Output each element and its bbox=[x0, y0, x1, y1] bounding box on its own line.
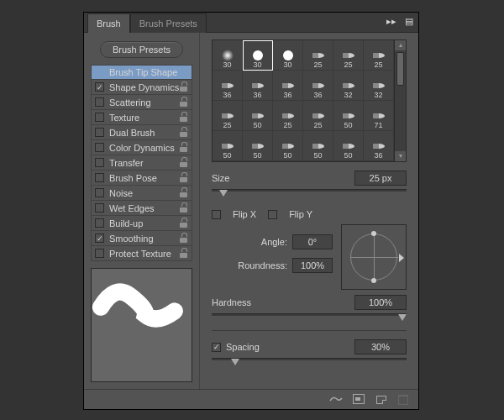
option-noise[interactable]: Noise bbox=[91, 186, 192, 201]
scroll-up-icon[interactable]: ▴ bbox=[395, 40, 406, 50]
option-checkbox[interactable] bbox=[95, 158, 104, 167]
svg-rect-24 bbox=[252, 113, 258, 118]
hardness-value[interactable]: 100% bbox=[354, 295, 407, 310]
roundness-value[interactable]: 100% bbox=[292, 258, 333, 273]
grid-scrollbar[interactable]: ▴ ▾ bbox=[395, 39, 407, 162]
option-label: Protect Texture bbox=[109, 249, 171, 259]
option-shape-dynamics[interactable]: Shape Dynamics bbox=[91, 80, 192, 95]
brush-tip-size: 36 bbox=[313, 91, 322, 99]
trash-icon[interactable] bbox=[396, 394, 410, 406]
lock-icon[interactable] bbox=[180, 81, 188, 92]
spacing-value[interactable]: 30% bbox=[354, 339, 407, 354]
brush-tip-cell[interactable]: 30 bbox=[273, 40, 303, 71]
option-checkbox[interactable] bbox=[95, 113, 104, 122]
option-checkbox[interactable] bbox=[95, 249, 104, 258]
option-protect-texture[interactable]: Protect Texture bbox=[91, 246, 192, 261]
option-scattering[interactable]: Scattering bbox=[91, 95, 192, 110]
lock-icon[interactable] bbox=[180, 248, 188, 258]
option-checkbox[interactable] bbox=[95, 188, 104, 197]
brush-tip-cell[interactable]: 25 bbox=[333, 40, 364, 71]
svg-rect-8 bbox=[373, 53, 379, 58]
angle-value[interactable]: 0° bbox=[292, 234, 333, 249]
svg-rect-40 bbox=[312, 144, 318, 149]
lock-icon[interactable] bbox=[180, 218, 188, 228]
svg-rect-38 bbox=[282, 144, 288, 149]
lock-icon[interactable] bbox=[180, 157, 188, 167]
option-transfer[interactable]: Transfer bbox=[91, 155, 192, 171]
brush-tip-cell[interactable]: 50 bbox=[213, 131, 243, 161]
brush-tip-cell[interactable]: 36 bbox=[273, 71, 303, 101]
brush-tip-cell[interactable]: 50 bbox=[333, 101, 364, 131]
lock-icon[interactable] bbox=[180, 202, 188, 213]
brush-tip-cell[interactable]: 71 bbox=[364, 101, 394, 131]
brush-tip-cell[interactable]: 50 bbox=[243, 131, 273, 161]
option-checkbox[interactable] bbox=[95, 128, 104, 137]
roundness-label: Roundness: bbox=[238, 260, 287, 270]
stroke-preview-svg bbox=[92, 269, 192, 330]
brush-tip-cell[interactable]: 50 bbox=[303, 131, 333, 161]
option-brush-pose[interactable]: Brush Pose bbox=[91, 171, 192, 186]
svg-rect-4 bbox=[312, 53, 318, 58]
size-slider[interactable] bbox=[212, 187, 407, 199]
tab-brush[interactable]: Brush bbox=[87, 13, 130, 33]
toggle-panel-icon[interactable] bbox=[353, 394, 366, 406]
lock-icon[interactable] bbox=[180, 97, 188, 107]
brush-tip-cell[interactable]: 36 bbox=[364, 131, 394, 161]
brush-tip-cell[interactable]: 50 bbox=[333, 131, 364, 161]
svg-rect-6 bbox=[343, 53, 349, 58]
brush-tip-cell[interactable]: 50 bbox=[243, 101, 273, 131]
option-build-up[interactable]: Build-up bbox=[91, 216, 192, 231]
brush-tip-cell[interactable]: 25 bbox=[303, 101, 333, 131]
lock-icon[interactable] bbox=[180, 187, 188, 197]
option-texture[interactable]: Texture bbox=[91, 110, 192, 125]
brush-panel: Brush Brush Presets ▸▸ ▤ Brush Presets B… bbox=[83, 12, 419, 410]
brush-tip-cell[interactable]: 36 bbox=[303, 71, 333, 101]
brush-tip-cell[interactable]: 36 bbox=[213, 71, 243, 101]
brush-tip-cell[interactable]: 25 bbox=[273, 101, 303, 131]
option-checkbox[interactable] bbox=[95, 82, 104, 92]
new-brush-icon[interactable] bbox=[376, 396, 386, 404]
brush-tip-cell[interactable]: 25 bbox=[364, 40, 394, 71]
brush-tip-cell[interactable]: 30 bbox=[243, 40, 273, 71]
size-value[interactable]: 25 px bbox=[354, 171, 407, 186]
brush-tip-cell[interactable]: 36 bbox=[243, 71, 273, 101]
brush-tip-cell[interactable]: 25 bbox=[213, 101, 243, 131]
flip-y-checkbox[interactable] bbox=[268, 210, 277, 219]
option-checkbox[interactable] bbox=[95, 203, 104, 213]
option-checkbox[interactable] bbox=[95, 97, 104, 107]
snap-icon[interactable]: ▸▸ bbox=[386, 16, 396, 27]
scroll-down-icon[interactable]: ▾ bbox=[395, 151, 406, 161]
option-checkbox[interactable] bbox=[95, 173, 104, 182]
option-wet-edges[interactable]: Wet Edges bbox=[91, 201, 192, 216]
spacing-checkbox[interactable] bbox=[212, 343, 221, 352]
option-checkbox[interactable] bbox=[95, 218, 104, 228]
tab-brush-presets[interactable]: Brush Presets bbox=[130, 13, 207, 33]
brush-tip-size: 36 bbox=[253, 91, 261, 99]
brush-tip-cell[interactable]: 32 bbox=[333, 71, 364, 101]
option-checkbox[interactable] bbox=[95, 143, 104, 152]
lock-icon[interactable] bbox=[180, 112, 188, 122]
toggle-preview-icon[interactable] bbox=[329, 394, 343, 406]
lock-icon[interactable] bbox=[180, 233, 188, 243]
panel-menu-icon[interactable]: ▤ bbox=[405, 16, 413, 27]
option-brush-tip-shape[interactable]: Brush Tip Shape bbox=[91, 65, 192, 80]
option-checkbox[interactable] bbox=[95, 234, 104, 243]
svg-rect-22 bbox=[222, 113, 228, 118]
option-label: Texture bbox=[109, 113, 139, 123]
option-color-dynamics[interactable]: Color Dynamics bbox=[91, 140, 192, 155]
lock-icon[interactable] bbox=[180, 142, 188, 152]
brush-tip-cell[interactable]: 30 bbox=[213, 40, 243, 71]
hardness-slider[interactable] bbox=[212, 312, 407, 323]
spacing-slider[interactable] bbox=[212, 356, 407, 368]
lock-icon[interactable] bbox=[180, 127, 188, 137]
option-smoothing[interactable]: Smoothing bbox=[91, 231, 192, 246]
flip-x-checkbox[interactable] bbox=[212, 210, 221, 219]
brush-tip-cell[interactable]: 32 bbox=[364, 71, 394, 101]
angle-compass[interactable] bbox=[341, 224, 407, 290]
lock-icon[interactable] bbox=[180, 172, 188, 182]
brush-tip-cell[interactable]: 25 bbox=[303, 40, 333, 71]
scroll-thumb[interactable] bbox=[396, 52, 404, 86]
option-dual-brush[interactable]: Dual Brush bbox=[91, 125, 192, 140]
brush-presets-button[interactable]: Brush Presets bbox=[100, 41, 183, 58]
brush-tip-cell[interactable]: 50 bbox=[273, 131, 303, 161]
